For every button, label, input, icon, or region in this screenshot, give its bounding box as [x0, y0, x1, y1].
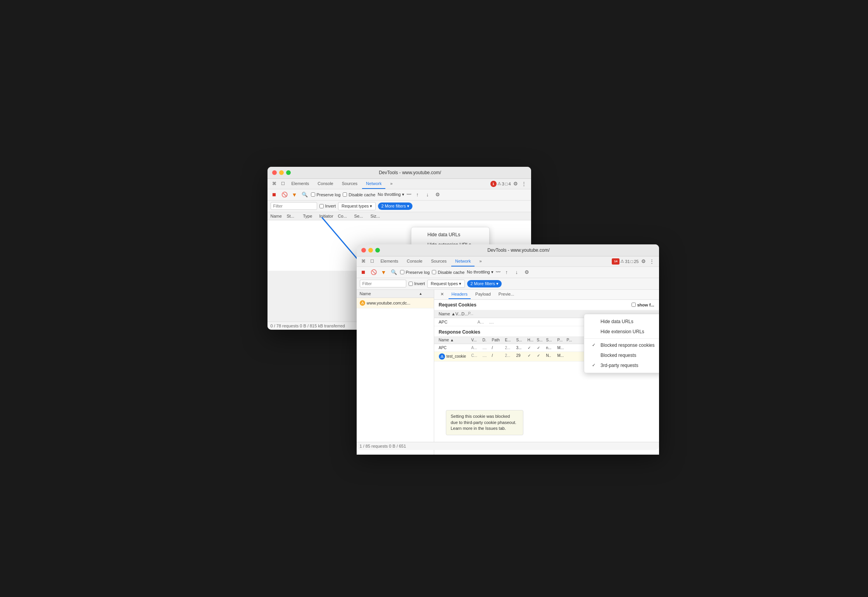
tab-console-front[interactable]: Console: [403, 256, 426, 266]
settings-toolbar-front[interactable]: ⚙: [523, 268, 531, 276]
blocked-cookie-icon: ⚠: [439, 353, 445, 360]
settings-icon-back[interactable]: ⚙: [512, 180, 519, 188]
tab-bar-front: ⌘ ☐ Elements Console Sources Network » 1…: [357, 256, 659, 267]
record-button-back[interactable]: ⏹: [271, 191, 278, 199]
settings-icon-front[interactable]: ⚙: [640, 258, 647, 265]
menu-3rd-party-front[interactable]: ✓ 3rd-party requests: [584, 360, 659, 370]
more-icon-front[interactable]: ⋮: [648, 258, 656, 265]
more-icon-back[interactable]: ⋮: [520, 180, 528, 188]
tab-network-front[interactable]: Network: [451, 256, 475, 266]
minimize-button-back[interactable]: [279, 170, 284, 175]
download-button-front[interactable]: ↓: [513, 268, 521, 276]
table-header-back: Name St... Type Initiator Co... Se... Si…: [267, 212, 531, 220]
menu-hide-data-urls-front[interactable]: Hide data URLs: [584, 317, 659, 327]
table-header-front: Name ▲: [357, 290, 434, 298]
filter-bar-front: Invert Request types ▾ 2 More filters ▾: [357, 278, 659, 290]
menu-hide-extension-urls-front[interactable]: Hide extension URLs: [584, 327, 659, 337]
device-tool-icon[interactable]: ☐: [279, 180, 287, 188]
issue-count-front: □ 25: [631, 259, 639, 264]
left-panel-front: Name ▲ ⚠ www.youtube.com;dc...: [357, 290, 434, 455]
tab-sources-back[interactable]: Sources: [338, 179, 361, 189]
status-bar-front: 1 / 85 requests 0 B / 651: [357, 442, 659, 450]
invert-checkbox-front[interactable]: Invert: [409, 281, 425, 286]
preserve-log-input-back[interactable]: [311, 192, 315, 197]
error-badge-front: 14: [612, 258, 620, 265]
tab-sources-front[interactable]: Sources: [427, 256, 450, 266]
clear-button-front[interactable]: 🚫: [370, 268, 378, 276]
upload-button-back[interactable]: ↑: [414, 191, 421, 199]
show-filtered-input[interactable]: [632, 303, 636, 307]
show-filtered-checkbox[interactable]: show f...: [632, 303, 654, 307]
select-tool-icon[interactable]: ⌘: [271, 180, 278, 188]
filter-button-front[interactable]: ▼: [380, 268, 388, 276]
close-button-front[interactable]: [361, 248, 366, 253]
record-button-front[interactable]: ⏹: [360, 268, 368, 276]
upload-button-front[interactable]: ↑: [503, 268, 511, 276]
maximize-button-front[interactable]: [375, 248, 380, 253]
title-bar-front: DevTools - www.youtube.com/: [357, 244, 659, 256]
clear-button-back[interactable]: 🚫: [281, 191, 288, 199]
disable-cache-checkbox-back[interactable]: Disable cache: [343, 192, 375, 197]
settings-toolbar-back[interactable]: ⚙: [434, 191, 442, 199]
tab-elements-back[interactable]: Elements: [288, 179, 313, 189]
traffic-lights-back[interactable]: [272, 170, 291, 175]
request-row-youtube[interactable]: ⚠ www.youtube.com;dc...: [357, 298, 434, 308]
throttle-select-front[interactable]: No throttling ▾: [467, 270, 493, 275]
title-bar-back: DevTools - www.youtube.com/: [267, 167, 531, 179]
tab-console-back[interactable]: Console: [314, 179, 337, 189]
tab-more-front[interactable]: »: [475, 256, 485, 266]
select-tool-icon-front[interactable]: ⌘: [360, 258, 368, 265]
panel-tab-headers[interactable]: Headers: [449, 290, 471, 299]
traffic-lights-front[interactable]: [361, 248, 380, 253]
tab-network-back[interactable]: Network: [362, 179, 385, 189]
warning-count-back: ⚠ 3: [497, 181, 504, 186]
minimize-button-front[interactable]: [368, 248, 373, 253]
tab-more-back[interactable]: »: [386, 179, 396, 189]
disable-cache-checkbox-front[interactable]: Disable cache: [432, 270, 464, 275]
download-button-back[interactable]: ↓: [424, 191, 431, 199]
error-badge-back: 1: [490, 181, 497, 187]
right-panel-front: ✕ Headers Payload Previe... Request Cook…: [434, 290, 659, 455]
preserve-log-input-front[interactable]: [400, 270, 404, 274]
filter-button-back[interactable]: ▼: [291, 191, 299, 199]
window-title-front: DevTools - www.youtube.com/: [383, 247, 654, 253]
maximize-button-back[interactable]: [286, 170, 291, 175]
search-button-back[interactable]: 🔍: [301, 191, 309, 199]
preserve-log-checkbox-front[interactable]: Preserve log: [400, 270, 430, 275]
preserve-log-checkbox-back[interactable]: Preserve log: [311, 192, 341, 197]
tab-bar-back: ⌘ ☐ Elements Console Sources Network » 1…: [267, 179, 531, 189]
issue-count-back: □ 4: [505, 182, 511, 186]
cookie-tooltip: Setting this cookie was blocked due to t…: [446, 410, 523, 435]
invert-input-front[interactable]: [409, 282, 413, 286]
more-filters-button-back[interactable]: 2 More filters ▾: [378, 202, 412, 210]
invert-input-back[interactable]: [319, 204, 324, 208]
throttle-select-back[interactable]: No throttling ▾: [378, 192, 404, 197]
more-filters-button-front[interactable]: 2 More filters ▾: [467, 280, 502, 287]
panel-tabs-front: ✕ Headers Payload Previe...: [434, 290, 659, 300]
warning-count-front: ⚠ 31: [620, 259, 630, 264]
toolbar-front: ⏹ 🚫 ▼ 🔍 Preserve log Disable cache No th…: [357, 267, 659, 278]
filter-input-back[interactable]: [271, 202, 317, 210]
request-cookies-header: Request Cookies show f...: [434, 300, 659, 310]
device-tool-icon-front[interactable]: ☐: [368, 258, 376, 265]
panel-tab-preview[interactable]: Previe...: [495, 290, 517, 299]
panel-tab-payload[interactable]: Payload: [472, 290, 494, 299]
filter-input-front[interactable]: [360, 280, 406, 287]
panel-area-front: Name ▲ ⚠ www.youtube.com;dc... ✕ Headers: [357, 290, 659, 455]
close-button-back[interactable]: [272, 170, 277, 175]
request-types-button-back[interactable]: Request types ▾: [338, 202, 376, 210]
search-button-front[interactable]: 🔍: [390, 268, 398, 276]
window-title-back: DevTools - www.youtube.com/: [294, 170, 526, 175]
menu-divider-front: [584, 338, 659, 339]
disable-cache-input-back[interactable]: [343, 192, 347, 197]
tab-elements-front[interactable]: Elements: [377, 256, 402, 266]
invert-checkbox-back[interactable]: Invert: [319, 204, 336, 208]
warning-icon-request: ⚠: [360, 300, 365, 306]
menu-blocked-requests-front[interactable]: Blocked requests: [584, 350, 659, 360]
menu-blocked-response-front[interactable]: ✓ Blocked response cookies: [584, 340, 659, 350]
disable-cache-input-front[interactable]: [432, 270, 436, 274]
panel-tab-close[interactable]: ✕: [437, 290, 447, 299]
filter-bar-back: Invert Request types ▾ 2 More filters ▾: [267, 201, 531, 212]
request-types-button-front[interactable]: Request types ▾: [427, 280, 465, 288]
menu-hide-data-urls-back[interactable]: Hide data URLs: [411, 230, 489, 240]
